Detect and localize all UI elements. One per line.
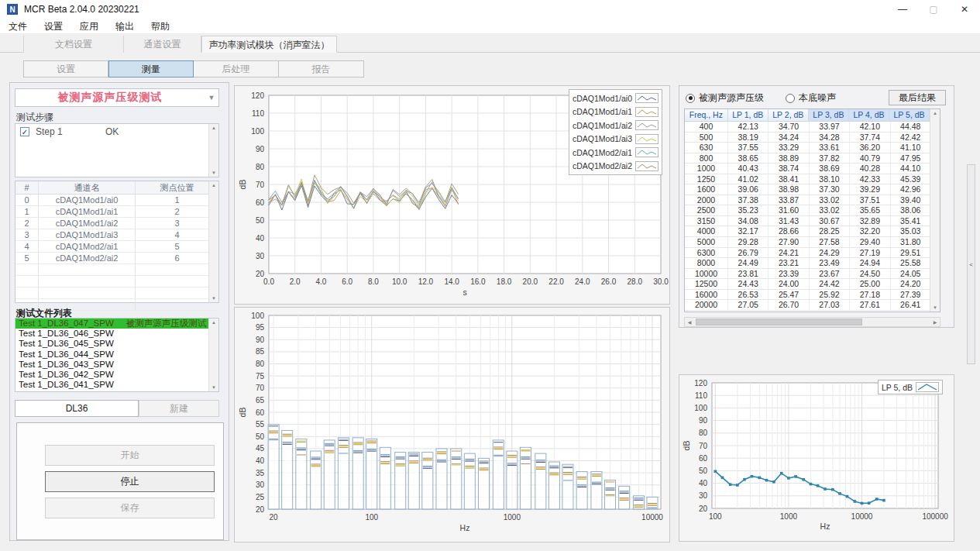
frequency-result-table[interactable]: Freq., HzLP 1, dBLP 2, dBLP 3, dBLP 4, d… [684,108,940,312]
legend-entry[interactable]: cDAQ1Mod2/ai1 [573,146,658,160]
legend-entry[interactable]: cDAQ1Mod1/ai0 [573,91,658,105]
table-row[interactable]: 80038.6538.8937.8240.7947.95 [685,153,940,164]
legend-entry[interactable]: cDAQ1Mod1/ai1 [573,105,658,119]
step-list-item[interactable]: ✓Step 1OK [15,124,218,139]
scroll-up-icon[interactable]: ▲ [211,181,216,189]
test-type-selector[interactable]: 被测声源声压级测试 ▼ [15,88,219,107]
column-header[interactable]: LP 5, dB [889,109,930,121]
stop-button[interactable]: 停止 [45,471,215,492]
table-row[interactable]: 0cDAQ1Mod1/ai01 [15,195,218,206]
scroll-up-icon[interactable]: ▲ [211,124,216,132]
menu-item-4[interactable]: 帮助 [143,19,178,34]
steps-list[interactable]: ✓Step 1OK▲▼ [15,123,219,177]
table-row[interactable]: 800024.4923.2123.4924.9425.58 [685,258,940,269]
table-row[interactable]: 315034.0831.4330.6732.8935.41 [685,216,940,227]
test-file-list[interactable]: Test 1_DL36_047_SPW被测声源声压级测试Test 1_DL36_… [15,318,219,392]
scroll-down-icon[interactable]: ▼ [211,294,216,302]
table-row[interactable]: 125041.0238.4138.1042.3345.39 [685,174,940,185]
band-bar [562,464,573,509]
file-prefix-field[interactable]: DL36 [15,400,139,417]
table-row[interactable]: 3cDAQ1Mod1/ai34 [15,229,218,241]
table-row[interactable]: 630026.7924.2124.2927.1929.51 [685,248,940,259]
menu-item-2[interactable]: 应用 [71,19,107,34]
scroll-right-icon[interactable]: ▶ [930,319,940,325]
legend-entry[interactable]: cDAQ1Mod1/ai3 [573,133,658,146]
table-row[interactable]: 500029.2827.9027.5829.4031.80 [685,237,940,248]
scroll-down-icon[interactable]: ▼ [211,384,216,391]
subtab-0[interactable]: 设置 [23,60,108,77]
save-button[interactable]: 保存 [45,498,215,518]
legend-entry[interactable]: cDAQ1Mod2/ai2 [573,160,658,174]
file-list-scrollbar[interactable]: ▲▼ [208,319,218,391]
column-header[interactable]: Freq., Hz [685,109,728,121]
cell: 47.95 [891,153,931,164]
svg-text:30: 30 [256,480,265,489]
start-button[interactable]: 开始 [45,445,215,466]
maximize-button[interactable]: ▢ [918,0,949,19]
scroll-up-icon[interactable]: ▲ [211,319,216,326]
table-row[interactable]: 63037.5533.2933.6136.2041.10 [685,143,940,153]
tab-1[interactable]: 通道设置 [124,36,201,53]
subtab-1[interactable]: 测量 [108,60,194,77]
file-list-item[interactable]: Test 1_DL36_041_SPW [15,380,218,390]
file-list-item[interactable]: Test 1_DL36_046_SPW [15,329,218,339]
final-result-button[interactable]: 最后结果 [889,90,946,105]
table-row[interactable]: 1cDAQ1Mod1/ai12 [15,206,218,218]
file-list-item[interactable]: Test 1_DL36_044_SPW [15,350,218,360]
menu-item-3[interactable]: 输出 [107,19,143,34]
scroll-left-icon[interactable]: ◀ [685,319,694,325]
column-header[interactable]: LP 1, dB [728,109,769,121]
scroll-down-icon[interactable]: ▼ [211,169,216,177]
table-row[interactable]: 100040.4338.7438.6940.2844.10 [685,164,940,174]
table-row[interactable]: 2cDAQ1Mod1/ai23 [15,218,218,229]
column-header[interactable]: LP 4, dB [849,109,889,121]
table-row[interactable]: 400032.1728.6628.2532.2035.03 [685,226,940,237]
table-row[interactable]: 1600026.5325.4725.9227.1827.39 [685,290,940,301]
minimize-button[interactable]: — [887,0,918,19]
legend-entry[interactable]: cDAQ1Mod1/ai2 [573,119,658,133]
column-header[interactable]: LP 2, dB [769,109,809,121]
legend-label: cDAQ1Mod2/ai2 [573,161,632,170]
menu-item-0[interactable]: 文件 [0,19,36,34]
new-file-button[interactable]: 新建 [139,400,219,417]
subtab-3[interactable]: 报告 [279,60,364,77]
freq-table-scrollbar[interactable]: ▲▼ [930,109,940,312]
radio-source-label: 被测声源声压级 [699,91,764,105]
steps-scrollbar[interactable]: ▲▼ [208,124,218,177]
cell: 39.06 [728,184,769,195]
table-row[interactable]: 50038.1934.2434.2837.7442.42 [685,133,940,143]
file-name: Test 1_DL36_045_SPW [19,339,114,349]
scrollbar-thumb[interactable] [696,319,862,325]
svg-text:100: 100 [694,404,707,412]
table-row[interactable]: 1000023.8123.3923.6724.5024.05 [685,269,940,280]
table-row[interactable]: 200037.3833.8733.0237.5139.40 [685,195,940,206]
table-horizontal-scrollbar[interactable]: ◀ ▶ [684,317,940,327]
table-row[interactable]: 1250024.4324.0024.4225.0024.20 [685,279,940,290]
cell: 37.30 [810,184,850,195]
radio-background-noise[interactable] [786,94,795,103]
radio-source-level[interactable] [686,94,695,103]
table-row[interactable]: 250035.2331.6033.0235.6538.06 [685,205,940,216]
table-row[interactable]: 2000027.0526.7027.0327.6126.41 [685,300,940,311]
table-row[interactable]: 40042.1334.7033.9742.1044.48 [685,122,940,133]
table-row[interactable]: 5cDAQ1Mod2/ai26 [15,253,218,264]
close-button[interactable]: ✕ [949,0,980,19]
file-list-item[interactable]: Test 1_DL36_043_SPW [15,360,218,370]
tab-2[interactable]: 声功率测试模块（消声室法） [201,36,337,53]
panel-splitter-handle[interactable]: < [967,164,975,364]
table-row[interactable]: 160039.0638.9837.3039.2942.96 [685,184,940,195]
column-header[interactable]: LP 3, dB [809,109,849,121]
scroll-up-icon[interactable]: ▲ [933,109,937,117]
scroll-down-icon[interactable]: ▼ [933,304,937,312]
step-checkbox[interactable]: ✓ [20,127,29,136]
channel-table[interactable]: #通道名测点位置0cDAQ1Mod1/ai011cDAQ1Mod1/ai122c… [15,181,219,303]
subtab-2[interactable]: 后处理 [194,60,279,77]
tab-0[interactable]: 文档设置 [23,36,124,53]
channel-table-scrollbar[interactable]: ▲▼ [208,181,218,302]
menu-item-1[interactable]: 设置 [36,19,71,34]
svg-text:1000: 1000 [504,513,521,522]
file-list-item[interactable]: Test 1_DL36_042_SPW [15,370,218,380]
file-list-item[interactable]: Test 1_DL36_047_SPW被测声源声压级测试 [15,319,218,329]
file-list-item[interactable]: Test 1_DL36_045_SPW [15,339,218,349]
table-row[interactable]: 4cDAQ1Mod2/ai15 [15,241,218,253]
